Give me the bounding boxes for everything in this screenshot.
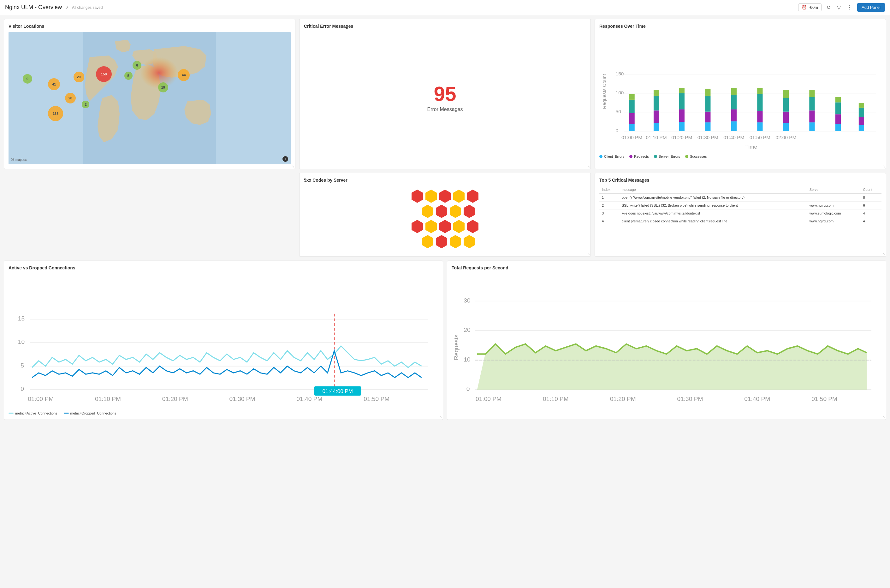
svg-text:50: 50 bbox=[616, 109, 621, 114]
svg-text:01:44:00 PM: 01:44:00 PM bbox=[323, 388, 353, 394]
legend-active: metric=Active_Connections bbox=[9, 411, 57, 415]
col-count: Count bbox=[860, 186, 881, 194]
svg-rect-11 bbox=[629, 124, 635, 131]
svg-marker-71 bbox=[453, 220, 465, 233]
svg-text:01:20 PM: 01:20 PM bbox=[610, 396, 636, 402]
svg-rect-17 bbox=[654, 96, 659, 110]
svg-rect-12 bbox=[629, 113, 635, 124]
svg-rect-25 bbox=[705, 96, 710, 112]
svg-marker-75 bbox=[450, 235, 461, 248]
svg-text:Requests: Requests bbox=[453, 335, 460, 360]
resize-handle[interactable]: ⤡ bbox=[440, 416, 442, 419]
filter-icon[interactable]: ▽ bbox=[836, 3, 842, 12]
svg-rect-35 bbox=[783, 123, 789, 131]
svg-rect-49 bbox=[859, 108, 864, 117]
table-row: 3 File does not exist: /var/www/com.mysi… bbox=[599, 210, 881, 218]
hex-red bbox=[439, 219, 451, 234]
svg-marker-72 bbox=[467, 220, 478, 233]
svg-rect-20 bbox=[679, 110, 684, 122]
svg-marker-61 bbox=[439, 190, 451, 203]
hex-red bbox=[435, 234, 448, 249]
resize-handle[interactable]: ⤡ bbox=[883, 416, 885, 419]
svg-text:01:00 PM: 01:00 PM bbox=[28, 396, 54, 402]
time-range-value: -60m bbox=[809, 5, 818, 10]
legend-server-errors: Server_Errors bbox=[654, 154, 680, 158]
5xx-title: 5xx Codes by Server bbox=[304, 178, 586, 183]
requests-panel: Total Requests per Second Requests 0 10 … bbox=[447, 261, 886, 420]
svg-rect-32 bbox=[757, 111, 762, 122]
hex-gold bbox=[449, 234, 462, 249]
table-row: 4 client prematurely closed connection w… bbox=[599, 218, 881, 225]
connections-title: Active vs Dropped Connections bbox=[9, 265, 438, 270]
add-panel-button[interactable]: Add Panel bbox=[857, 3, 885, 12]
svg-rect-27 bbox=[731, 122, 737, 131]
svg-text:01:10 PM: 01:10 PM bbox=[543, 396, 569, 402]
svg-rect-42 bbox=[809, 90, 815, 97]
resize-handle[interactable]: ⤡ bbox=[883, 165, 885, 168]
svg-text:01:20 PM: 01:20 PM bbox=[162, 396, 188, 402]
resize-handle[interactable]: ⤡ bbox=[292, 165, 295, 168]
svg-rect-38 bbox=[783, 90, 789, 98]
clock-icon: ⏰ bbox=[801, 5, 807, 10]
svg-text:30: 30 bbox=[464, 297, 470, 304]
svg-text:01:40 PM: 01:40 PM bbox=[744, 396, 770, 402]
error-count: 95 bbox=[434, 84, 456, 104]
svg-text:100: 100 bbox=[616, 90, 624, 95]
hex-gold bbox=[425, 189, 437, 204]
hex-gold bbox=[421, 234, 434, 249]
svg-rect-47 bbox=[859, 125, 864, 131]
svg-text:Requests Count: Requests Count bbox=[601, 74, 607, 109]
bar-chart-container: Requests Count 0 50 100 150 bbox=[599, 32, 881, 158]
connections-chart-svg: 0 5 10 15 01:44:00 PM 01:00 PM bbox=[9, 273, 438, 408]
svg-rect-41 bbox=[809, 97, 815, 110]
header: Nginx ULM - Overview ↗ All changes saved… bbox=[0, 0, 890, 15]
bubble-5: 5 bbox=[124, 72, 132, 80]
svg-text:02:00 PM: 02:00 PM bbox=[776, 135, 796, 140]
svg-marker-73 bbox=[422, 235, 433, 248]
legend-dropped: metric=Dropped_Connections bbox=[64, 411, 116, 415]
svg-text:0: 0 bbox=[616, 128, 619, 133]
hex-red bbox=[463, 204, 476, 219]
svg-text:15: 15 bbox=[18, 315, 25, 322]
svg-text:01:50 PM: 01:50 PM bbox=[364, 396, 389, 402]
more-options-icon[interactable]: ⋮ bbox=[846, 3, 853, 12]
hex-red bbox=[411, 219, 424, 234]
hex-grid bbox=[304, 186, 586, 252]
svg-rect-34 bbox=[757, 88, 762, 94]
svg-text:10: 10 bbox=[464, 356, 470, 363]
svg-marker-69 bbox=[425, 220, 437, 233]
error-label: Error Messages bbox=[427, 106, 463, 112]
resize-handle[interactable]: ⤡ bbox=[587, 252, 590, 256]
svg-rect-13 bbox=[629, 100, 635, 113]
bottom-row: Active vs Dropped Connections 0 5 10 15 bbox=[0, 261, 890, 424]
resize-handle[interactable]: ⤡ bbox=[587, 165, 590, 168]
export-icon[interactable]: ↗ bbox=[65, 5, 69, 10]
svg-text:10: 10 bbox=[18, 339, 25, 345]
svg-text:01:20 PM: 01:20 PM bbox=[671, 135, 692, 140]
responses-over-time-panel: Responses Over Time Requests Count 0 50 … bbox=[595, 19, 886, 169]
svg-marker-66 bbox=[450, 205, 461, 218]
map-info-button[interactable]: i bbox=[283, 156, 288, 162]
refresh-icon[interactable]: ↺ bbox=[825, 3, 832, 12]
svg-marker-76 bbox=[464, 235, 475, 248]
bubble-150: 150 bbox=[96, 66, 112, 82]
table-row: 2 SSL_write() failed (SSL:) (32: Broken … bbox=[599, 202, 881, 210]
hex-red bbox=[466, 219, 479, 234]
svg-rect-28 bbox=[731, 110, 737, 122]
map-container: 9 41 20 150 6 5 44 19 20 2 138 Ⓜ mapbox … bbox=[9, 32, 291, 164]
svg-text:01:00 PM: 01:00 PM bbox=[621, 135, 642, 140]
visitor-locations-panel: Visitor Locations bbox=[4, 19, 295, 169]
resize-handle[interactable]: ⤡ bbox=[883, 252, 885, 256]
bubble-41: 41 bbox=[48, 78, 60, 90]
critical-messages-table: Index message Server Count 1 open() "/ww… bbox=[599, 186, 881, 225]
col-server: Server bbox=[807, 186, 861, 194]
svg-marker-68 bbox=[412, 220, 423, 233]
time-range-selector[interactable]: ⏰ -60m bbox=[798, 3, 821, 11]
svg-rect-44 bbox=[835, 114, 841, 124]
hex-gold bbox=[449, 204, 462, 219]
svg-marker-67 bbox=[464, 205, 475, 218]
hex-red bbox=[435, 204, 448, 219]
critical-errors-panel: Critical Error Messages 95 Error Message… bbox=[299, 19, 591, 169]
svg-text:20: 20 bbox=[464, 327, 470, 333]
mapbox-icon: Ⓜ bbox=[11, 158, 14, 162]
